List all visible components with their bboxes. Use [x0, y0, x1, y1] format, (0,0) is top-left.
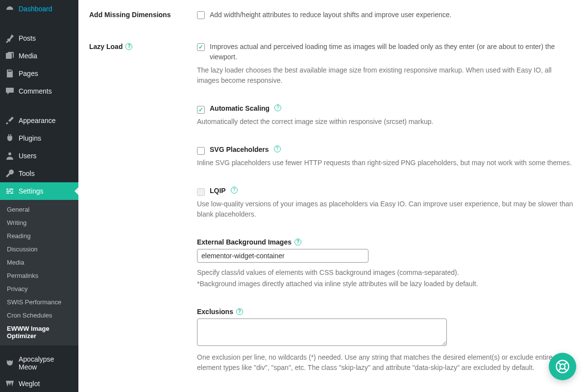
help-beacon-button[interactable]: [549, 353, 576, 380]
input-external-bg[interactable]: [197, 249, 368, 263]
sidebar-item-users[interactable]: Users: [0, 147, 78, 165]
help-icon[interactable]: ?: [125, 43, 132, 50]
svg-line-8: [564, 368, 567, 371]
wrench-icon: [5, 169, 15, 178]
pin-icon: [5, 33, 15, 43]
svg-line-7: [558, 368, 561, 371]
sidebar-item-posts[interactable]: Posts: [0, 29, 78, 47]
sidebar-item-settings[interactable]: Settings: [0, 182, 78, 200]
admin-sidebar: Dashboard Posts Media Pages Comments App…: [0, 0, 78, 392]
help-icon[interactable]: ?: [274, 146, 281, 152]
desc-exclusions: One exclusion per line, no wildcards (*)…: [197, 352, 573, 373]
media-icon: [5, 51, 15, 61]
row-lazy-load: Lazy Load ? Improves actual and perceive…: [89, 42, 573, 373]
desc-lqip: Use low-quality versions of your images …: [197, 199, 573, 220]
submenu-cron[interactable]: Cron Schedules: [0, 309, 78, 322]
plug-icon: [5, 133, 15, 143]
help-icon[interactable]: ?: [236, 308, 243, 315]
sidebar-item-weglot[interactable]: Weglot: [0, 375, 78, 392]
submenu-writing[interactable]: Writing: [0, 216, 78, 229]
submenu-general[interactable]: General: [0, 203, 78, 216]
sidebar-item-pages[interactable]: Pages: [0, 65, 78, 82]
submenu-media[interactable]: Media: [0, 256, 78, 269]
dashboard-icon: [5, 4, 15, 14]
submenu-discussion[interactable]: Discussion: [0, 243, 78, 256]
svg-point-4: [560, 364, 565, 369]
menu-label: Dashboard: [19, 5, 52, 13]
desc-automatic-scaling: Automatically detect the correct image s…: [197, 117, 573, 127]
sidebar-item-plugins[interactable]: Plugins: [0, 129, 78, 147]
comments-icon: [5, 86, 15, 96]
menu-label: Users: [19, 152, 37, 160]
block-svg-placeholders: SVG Placeholders ? Inline SVG placeholde…: [197, 146, 573, 168]
pages-icon: [5, 69, 15, 78]
help-icon[interactable]: ?: [274, 104, 281, 111]
desc-external-bg-1: Specify class/id values of elements with…: [197, 268, 573, 278]
block-exclusions: Exclusions ? One exclusion per line, no …: [197, 308, 573, 373]
menu-label: Pages: [19, 70, 38, 77]
users-icon: [5, 151, 15, 161]
sliders-icon: [5, 186, 15, 196]
menu-label: Comments: [19, 87, 52, 95]
svg-line-6: [564, 362, 567, 365]
block-lqip: LQIP ? Use low-quality versions of your …: [197, 187, 573, 220]
checkbox-automatic-scaling[interactable]: [197, 106, 205, 114]
desc-external-bg-2: *Background images directly attached via…: [197, 279, 573, 289]
block-automatic-scaling: Automatic Scaling ? Automatically detect…: [197, 104, 573, 127]
sidebar-item-dashboard[interactable]: Dashboard: [0, 0, 78, 18]
checkbox-lqip: [197, 188, 205, 196]
help-icon[interactable]: ?: [294, 239, 301, 245]
submenu-permalinks[interactable]: Permalinks: [0, 269, 78, 282]
desc-svg-placeholders: Inline SVG placeholders use fewer HTTP r…: [197, 158, 573, 168]
cat-icon: [5, 358, 15, 368]
label-lazy-load: Lazy Load: [89, 43, 122, 50]
svg-point-0: [8, 152, 11, 155]
settings-submenu: General Writing Reading Discussion Media…: [0, 200, 78, 345]
sidebar-item-comments[interactable]: Comments: [0, 82, 78, 100]
checkbox-svg-placeholders[interactable]: [197, 147, 205, 155]
label-svg-placeholders: SVG Placeholders: [210, 146, 269, 153]
desc-lazy-load: The lazy loader chooses the best availab…: [197, 65, 573, 86]
menu-label: Media: [19, 52, 37, 60]
brush-icon: [5, 116, 15, 125]
label-external-bg: External Background Images: [197, 238, 292, 246]
menu-label: Apocalypse Meow: [19, 355, 74, 371]
svg-line-5: [558, 362, 561, 365]
label-add-missing: Add Missing Dimensions: [89, 10, 197, 19]
submenu-reading[interactable]: Reading: [0, 229, 78, 243]
settings-panel: Add Missing Dimensions Add width/height …: [78, 0, 588, 392]
help-icon[interactable]: ?: [231, 187, 238, 194]
textarea-exclusions[interactable]: [197, 318, 447, 346]
label-lqip: LQIP: [210, 187, 226, 195]
weglot-icon: [5, 379, 15, 389]
submenu-swis[interactable]: SWIS Performance: [0, 295, 78, 309]
label-exclusions: Exclusions: [197, 308, 233, 316]
sidebar-item-apocalypse[interactable]: Apocalypse Meow: [0, 351, 78, 375]
submenu-privacy[interactable]: Privacy: [0, 282, 78, 295]
sidebar-item-media[interactable]: Media: [0, 47, 78, 65]
row-add-missing-dimensions: Add Missing Dimensions Add width/height …: [89, 10, 573, 22]
desc-add-missing: Add width/height attributes to reduce la…: [210, 10, 451, 20]
menu-label: Tools: [19, 170, 35, 177]
menu-label: Plugins: [19, 134, 41, 142]
menu-label: Posts: [19, 34, 36, 42]
label-automatic-scaling: Automatic Scaling: [210, 104, 270, 112]
checkbox-lazy-load[interactable]: [197, 43, 205, 51]
block-external-bg: External Background Images ? Specify cla…: [197, 238, 573, 289]
desc-lazy-load-cb: Improves actual and perceived loading ti…: [210, 42, 573, 62]
sidebar-item-tools[interactable]: Tools: [0, 165, 78, 182]
submenu-ewww[interactable]: EWWW Image Optimizer: [0, 322, 78, 343]
menu-label: Appearance: [19, 117, 56, 124]
lifebuoy-icon: [555, 359, 570, 374]
menu-label: Settings: [19, 187, 44, 195]
menu-label: Weglot: [19, 380, 40, 388]
checkbox-add-missing-dimensions[interactable]: [197, 11, 205, 19]
sidebar-item-appearance[interactable]: Appearance: [0, 112, 78, 129]
